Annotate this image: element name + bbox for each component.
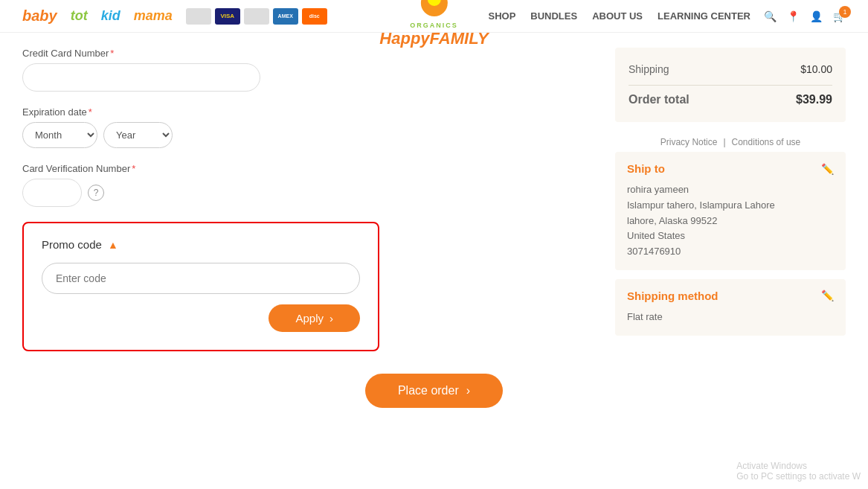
credit-card-input[interactable] (22, 63, 260, 92)
ship-to-edit-icon[interactable]: ✏️ (821, 163, 834, 175)
conditions-link[interactable]: Conditions of use (732, 137, 801, 147)
header-left: baby tot kid mama VISA AMEX disc (22, 7, 327, 25)
place-order-button[interactable]: Place order › (365, 374, 503, 408)
required-marker: * (110, 48, 114, 59)
cvv-row: ? (22, 179, 593, 207)
logo-brand: HappyFAMILY (379, 29, 488, 48)
logo-family-text: FAMILY (430, 29, 489, 48)
cart-count-badge: 1 (839, 6, 851, 18)
shipping-label: Shipping (629, 63, 669, 75)
apply-label: Apply (295, 312, 324, 325)
apply-button[interactable]: Apply › (269, 304, 360, 332)
total-value: $39.99 (796, 93, 832, 106)
logo[interactable]: ORGANICS HappyFAMILY (379, 0, 488, 48)
credit-card-section: Credit Card Number* (22, 48, 593, 92)
total-label: Order total (629, 93, 689, 106)
card-icon-generic2 (244, 8, 269, 25)
credit-card-label: Credit Card Number* (22, 48, 593, 59)
logo-organics-text: ORGANICS (410, 22, 458, 29)
nav-baby[interactable]: baby (22, 7, 57, 25)
right-panel: Shipping $10.00 Order total $39.99 Priva… (615, 40, 846, 351)
cvv-input[interactable] (22, 179, 82, 207)
nav-mama[interactable]: mama (134, 8, 173, 24)
cart-icon[interactable]: 🛒 1 (833, 10, 846, 22)
shipping-method-header: Shipping method ✏️ (627, 290, 834, 302)
address-phone: 3071476910 (627, 244, 834, 260)
required-marker-cvv: * (132, 163, 135, 174)
shipping-method-value: Flat rate (627, 310, 834, 325)
cvv-section: Card Verification Number* ? (22, 163, 593, 207)
address-name: rohira yameen (627, 182, 834, 198)
logo-happy-text: Happy (379, 29, 429, 48)
nav-tot[interactable]: tot (71, 8, 88, 24)
promo-title: Promo code (42, 238, 102, 251)
nav-about-link[interactable]: ABOUT US (592, 10, 643, 22)
discover-icon: disc (302, 8, 327, 25)
left-panel: Credit Card Number* Expiration date* Mon… (22, 40, 615, 351)
search-icon[interactable]: 🔍 (764, 10, 777, 22)
location-icon[interactable]: 📍 (787, 10, 800, 22)
required-marker-exp: * (89, 106, 92, 118)
expiration-section: Expiration date* Month 01020304 05060708… (22, 106, 593, 148)
nav-kid[interactable]: kid (101, 8, 120, 24)
header-icons: 🔍 📍 👤 🛒 1 (764, 10, 846, 22)
apply-chevron-icon: › (329, 312, 333, 325)
order-total-row: Order total $39.99 (629, 85, 832, 110)
promo-code-input[interactable] (42, 263, 360, 294)
visa-icon: VISA (215, 8, 240, 25)
address-country: United States (627, 228, 834, 244)
ship-to-header: Ship to ✏️ (627, 162, 834, 175)
order-summary-box: Shipping $10.00 Order total $39.99 (615, 48, 846, 122)
place-order-row: Place order › (0, 374, 868, 423)
main-nav: SHOP BUNDLES ABOUT US LEARNING CENTER (488, 10, 750, 22)
main-container: Credit Card Number* Expiration date* Mon… (0, 40, 868, 351)
cvv-label: Card Verification Number* (22, 163, 593, 174)
ship-to-title: Ship to (627, 162, 665, 175)
promo-header[interactable]: Promo code ▲ (42, 238, 360, 251)
address-line2: lahore, Alaska 99522 (627, 214, 834, 229)
month-select[interactable]: Month 01020304 05060708 09101112 (22, 122, 97, 148)
shipping-method-edit-icon[interactable]: ✏️ (821, 290, 834, 301)
privacy-separator: | (723, 137, 725, 147)
amex-icon: AMEX (273, 8, 298, 25)
ship-to-address: rohira yameen Islampur tahero, Islampura… (627, 182, 834, 260)
nav-learning-link[interactable]: LEARNING CENTER (658, 10, 750, 22)
site-header: baby tot kid mama VISA AMEX disc ORGANIC… (0, 0, 868, 33)
promo-chevron-icon: ▲ (108, 239, 118, 251)
account-icon[interactable]: 👤 (810, 10, 823, 22)
logo-text: ORGANICS (410, 22, 458, 29)
card-icon-generic1 (186, 8, 211, 25)
cvv-help-icon[interactable]: ? (88, 185, 104, 201)
nav-shop-link[interactable]: SHOP (488, 10, 515, 22)
header-right: SHOP BUNDLES ABOUT US LEARNING CENTER 🔍 … (488, 10, 846, 22)
logo-sun-icon (416, 0, 453, 22)
shipping-method-title: Shipping method (627, 290, 718, 302)
year-select[interactable]: Year 202420252026 2027202820292030 (103, 122, 173, 148)
shipping-row: Shipping $10.00 (629, 60, 832, 79)
payment-icons: VISA AMEX disc (186, 8, 327, 25)
shipping-value: $10.00 (800, 63, 832, 75)
expiration-label: Expiration date* (22, 106, 593, 118)
expiry-row: Month 01020304 05060708 09101112 Year 20… (22, 122, 593, 148)
promo-apply-row: Apply › (42, 304, 360, 332)
place-order-label: Place order (398, 384, 459, 397)
promo-box: Promo code ▲ Apply › (22, 222, 379, 351)
nav-bundles-link[interactable]: BUNDLES (530, 10, 577, 22)
privacy-notice-link[interactable]: Privacy Notice (660, 137, 718, 147)
shipping-method-box: Shipping method ✏️ Flat rate (615, 279, 846, 336)
address-line1: Islampur tahero, Islampura Lahore (627, 198, 834, 214)
ship-to-box: Ship to ✏️ rohira yameen Islampur tahero… (615, 152, 846, 270)
place-order-chevron-icon: › (466, 384, 470, 397)
privacy-row: Privacy Notice | Conditions of use (615, 132, 846, 152)
